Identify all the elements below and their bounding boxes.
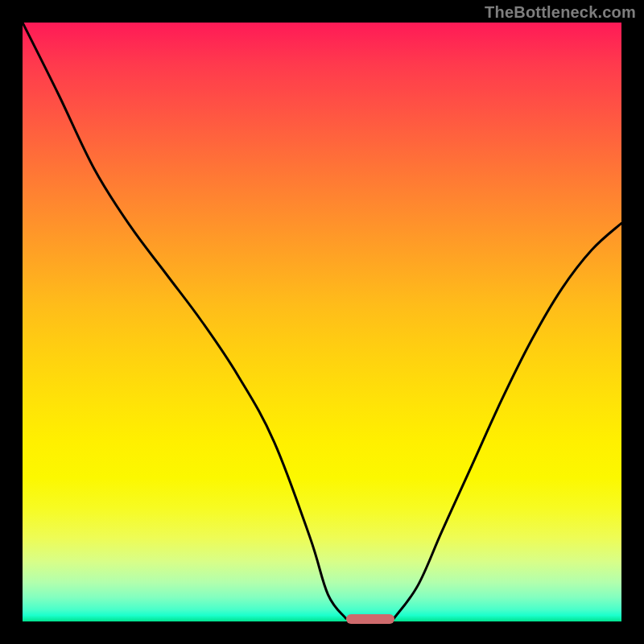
- watermark-text: TheBottleneck.com: [485, 3, 636, 22]
- curve-right-branch: [394, 223, 621, 618]
- curve-left-branch: [23, 23, 346, 618]
- bottom-marker: [346, 614, 394, 624]
- chart-container: TheBottleneck.com: [0, 0, 644, 644]
- bottleneck-curve: [23, 23, 621, 621]
- plot-area: [23, 23, 621, 621]
